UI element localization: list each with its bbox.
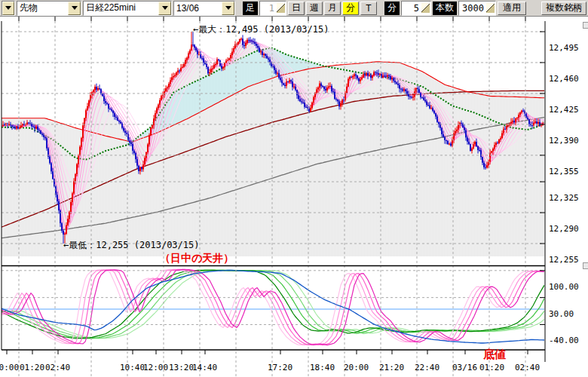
candle-up	[506, 126, 507, 129]
chevron-down-icon[interactable]	[68, 2, 81, 15]
candle-up	[503, 129, 504, 133]
period-tick-button[interactable]: T	[360, 2, 377, 15]
candle-down	[114, 113, 115, 117]
scroll-corner-box[interactable]	[583, 22, 588, 29]
spinner-icon[interactable]	[486, 3, 495, 13]
candle-up	[186, 58, 188, 60]
period-day-button[interactable]: 日	[288, 2, 305, 15]
period-month-button[interactable]: 月	[324, 2, 341, 15]
candle-up	[94, 87, 96, 90]
market-select-value: 先物	[17, 2, 40, 14]
candle-down	[31, 124, 32, 126]
candle-wick	[21, 122, 22, 129]
candle-up	[159, 100, 161, 105]
candle-wick	[384, 72, 385, 78]
candle-wick	[9, 121, 10, 126]
scroll-corner-box[interactable]	[583, 262, 588, 269]
candle-down	[436, 117, 438, 122]
candle-up	[210, 69, 212, 72]
candle-down	[536, 121, 537, 124]
candle-down	[432, 108, 433, 111]
intraday-ceiling-annotation: （日中の天井）	[160, 252, 234, 265]
candle-up	[391, 78, 393, 80]
main-panel[interactable]	[2, 32, 544, 256]
candle-down	[427, 105, 429, 106]
candle-up	[167, 87, 168, 88]
multi-symbol-button[interactable]: 複数銘柄	[541, 2, 586, 15]
period-minute-button[interactable]: 分	[342, 2, 359, 15]
chevron-down-icon[interactable]	[222, 2, 234, 15]
time-axis-label: 02:40	[515, 363, 540, 372]
candle-down	[438, 122, 439, 124]
candle-down	[268, 58, 269, 60]
ashi-label: 足	[243, 2, 258, 15]
candle-down	[100, 89, 102, 93]
contract-select[interactable]: 13/06	[173, 1, 235, 16]
candle-down	[335, 99, 337, 100]
candle-up	[171, 77, 173, 80]
candle-down	[278, 73, 280, 78]
candle-down	[424, 100, 426, 102]
bars-spinner[interactable]: 3000	[458, 1, 496, 16]
mini-dropdown[interactable]	[2, 1, 15, 16]
candle-up	[97, 88, 99, 90]
candle-down	[197, 51, 198, 54]
candle-up	[313, 97, 314, 103]
candle-down	[378, 73, 379, 75]
apply-button[interactable]: 適用	[498, 2, 526, 15]
candle-down	[399, 85, 400, 89]
candle-down	[38, 130, 40, 130]
candle-up	[379, 74, 381, 75]
price-chart-canvas[interactable]	[0, 17, 588, 377]
candle-down	[218, 60, 219, 60]
candle-down	[400, 89, 402, 90]
period-week-button[interactable]: 週	[306, 2, 323, 15]
candle-up	[340, 103, 341, 106]
candle-down	[385, 76, 387, 77]
minutes-spinner[interactable]: 5	[401, 1, 431, 16]
candle-up	[498, 139, 500, 143]
candle-down	[467, 137, 468, 141]
candle-up	[373, 72, 375, 76]
bars-label: 本数	[433, 2, 457, 15]
market-select[interactable]: 先物	[17, 1, 81, 16]
time-axis-label: 21:20	[379, 363, 404, 372]
candle-wick	[294, 84, 295, 89]
candle-down	[115, 117, 117, 118]
chevron-down-icon[interactable]	[2, 2, 14, 15]
candle-down	[497, 143, 498, 143]
candle-down	[443, 134, 444, 137]
candle-up	[231, 52, 233, 55]
chevron-down-icon[interactable]	[158, 2, 171, 15]
candle-up	[329, 86, 331, 87]
candle-down	[376, 72, 378, 73]
spinner-icon[interactable]	[277, 3, 285, 13]
chart-area[interactable]	[0, 17, 588, 377]
candle-up	[165, 88, 167, 91]
time-axis-label: 18:40	[310, 363, 335, 372]
candle-down	[355, 75, 357, 76]
candle-down	[302, 103, 304, 103]
candle-up	[152, 125, 153, 127]
candle-wick	[12, 124, 13, 130]
candle-down	[446, 140, 447, 141]
candle-down	[129, 141, 130, 143]
candle-up	[533, 123, 534, 126]
ashi-value-spinner[interactable]: 1	[259, 1, 286, 16]
candle-down	[480, 150, 482, 157]
candle-up	[239, 39, 240, 42]
symbol-select[interactable]: 日経225mini	[83, 1, 172, 16]
candle-down	[250, 41, 251, 41]
candle-down	[201, 58, 203, 59]
candle-down	[49, 157, 51, 164]
candle-up	[82, 125, 84, 138]
spinner-icon[interactable]	[421, 3, 430, 13]
candle-down	[447, 141, 449, 144]
oscillator-panel[interactable]	[2, 269, 544, 345]
candle-up	[72, 193, 73, 202]
candle-up	[66, 225, 67, 234]
candle-up	[191, 44, 192, 50]
candle-up	[541, 125, 542, 126]
candle-up	[182, 67, 183, 68]
candle-up	[139, 167, 141, 171]
